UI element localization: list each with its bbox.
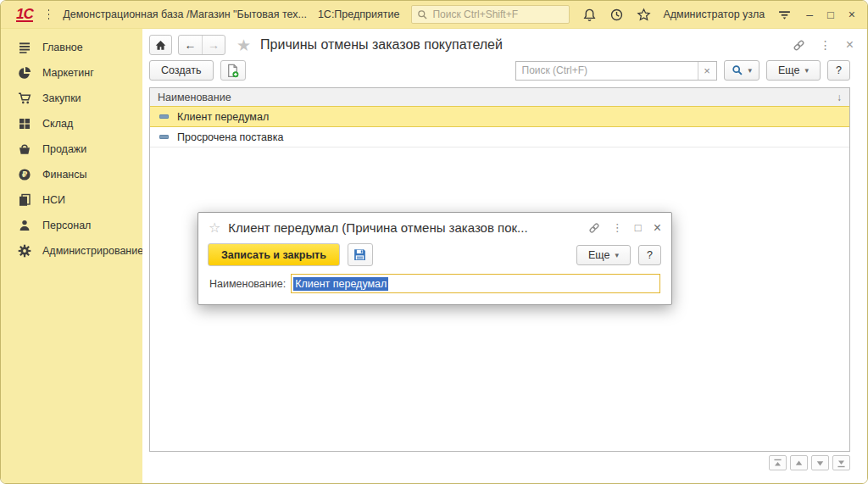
sidebar-label: Финансы — [42, 169, 86, 181]
list-search-box[interactable]: × — [515, 61, 717, 81]
save-and-close-button[interactable]: Записать и закрыть — [208, 243, 340, 266]
sidebar-item-prodazhi[interactable]: Продажи — [1, 136, 142, 162]
sidebar-label: Главное — [42, 42, 83, 53]
person-icon — [18, 219, 31, 232]
sidebar-label: НСИ — [42, 194, 65, 206]
sidebar-label: Продажи — [42, 143, 86, 155]
list-search-input[interactable] — [516, 62, 698, 80]
sidebar-item-administrirovanie[interactable]: Администрирование — [1, 238, 142, 264]
row-name: Просрочена поставка — [177, 131, 283, 143]
more-dots-icon[interactable]: ⋮ — [820, 38, 832, 52]
reference-books-icon — [18, 193, 31, 207]
dialog-title: Клиент передумал (Причина отмены заказов… — [228, 220, 527, 235]
add-to-favorites-star-icon[interactable]: ★ — [236, 36, 251, 55]
basket-icon — [18, 142, 31, 156]
sidebar-label: Закупки — [42, 92, 81, 104]
copy-link-icon[interactable] — [588, 222, 600, 234]
catalog-item-icon — [159, 114, 169, 119]
maximize-button[interactable]: □ — [827, 8, 834, 21]
copy-link-icon[interactable] — [793, 39, 805, 52]
close-dialog-icon[interactable]: × — [654, 220, 661, 236]
to-bottom-icon — [836, 458, 847, 469]
1c-logo[interactable]: 1С — [16, 8, 33, 22]
caret-down-icon: ▾ — [804, 66, 809, 75]
catalog-item-icon — [159, 135, 169, 139]
more-button-label: Еще — [778, 64, 799, 76]
grid-blocks-icon — [18, 117, 31, 131]
sidebar-item-sklad[interactable]: Склад — [1, 111, 142, 136]
back-button[interactable]: ← — [179, 36, 202, 54]
sidebar-item-nsi[interactable]: НСИ — [1, 187, 142, 213]
table-row[interactable]: Просрочена поставка — [150, 127, 849, 147]
pie-chart-icon — [18, 66, 31, 80]
search-icon — [417, 9, 428, 20]
save-button[interactable] — [348, 243, 373, 266]
close-window-button[interactable]: × — [849, 8, 855, 21]
notifications-bell-icon[interactable] — [582, 6, 597, 23]
list-toolbar: Создать × ▾ Еще ▾ — [142, 58, 867, 86]
up-triangle-icon — [793, 458, 804, 469]
clear-search-icon[interactable]: × — [698, 62, 716, 80]
search-icon — [732, 64, 743, 76]
search-button[interactable]: ▾ — [724, 60, 760, 81]
svg-text:₽: ₽ — [22, 170, 28, 179]
floppy-save-icon — [353, 248, 367, 262]
global-search-box[interactable] — [411, 5, 570, 24]
create-button[interactable]: Создать — [149, 60, 214, 81]
scroll-to-bottom-button[interactable] — [832, 455, 850, 470]
more-dots-icon[interactable]: ⋮ — [612, 221, 623, 234]
help-button[interactable]: ? — [827, 60, 850, 81]
global-search-input[interactable] — [432, 8, 564, 20]
history-nav-group: ← → — [178, 35, 225, 55]
sidebar-item-marketing[interactable]: Маркетинг — [1, 60, 142, 86]
home-button[interactable] — [149, 35, 172, 55]
table-row[interactable]: Клиент передумал — [150, 106, 849, 127]
name-input-field[interactable]: Клиент передумал — [291, 274, 660, 293]
sidebar-label: Склад — [42, 118, 73, 130]
column-header-name[interactable]: Наименование ↓ — [150, 88, 849, 107]
caret-down-icon: ▾ — [748, 66, 753, 75]
dialog-more-button[interactable]: Еще ▾ — [576, 245, 631, 265]
shopping-cart-icon — [18, 92, 31, 105]
close-form-icon[interactable]: × — [846, 37, 854, 53]
scroll-up-button[interactable] — [790, 455, 808, 470]
name-field-label: Наименование: — [209, 278, 286, 290]
maximize-dialog-icon[interactable]: □ — [635, 221, 642, 234]
sidebar-label: Администрирование — [42, 245, 143, 257]
minimize-button[interactable]: – — [806, 8, 813, 21]
dialog-toolbar: Записать и закрыть Еще ▾ ? — [198, 240, 671, 273]
sidebar-item-finansy[interactable]: ₽ Финансы — [1, 162, 142, 187]
caret-down-icon: ▾ — [615, 251, 619, 259]
topbar: 1С Демонстрационная база /Магазин "Бытов… — [1, 1, 867, 29]
app-name: 1С:Предприятие — [318, 8, 400, 20]
list-scroll-buttons — [769, 455, 850, 470]
selected-text: Клиент передумал — [293, 277, 388, 291]
dialog-form: Наименование: Клиент передумал — [198, 273, 671, 304]
dialog-help-button[interactable]: ? — [638, 245, 661, 265]
more-button[interactable]: Еще ▾ — [766, 60, 821, 81]
gear-icon — [18, 244, 31, 258]
service-settings-icon[interactable] — [777, 6, 792, 23]
row-name: Клиент передумал — [177, 111, 269, 123]
dialog-titlebar: ☆ Клиент передумал (Причина отмены заказ… — [198, 213, 671, 240]
page-title: Причины отмены заказов покупателей — [260, 37, 503, 53]
scroll-down-button[interactable] — [811, 455, 829, 470]
favorite-star-icon[interactable]: ☆ — [209, 220, 220, 236]
main-menu-hamburger-icon[interactable] — [48, 9, 50, 19]
history-clock-icon[interactable] — [609, 6, 624, 23]
sidebar-item-zakupki[interactable]: Закупки — [1, 86, 142, 111]
sidebar-label: Персонал — [42, 220, 91, 231]
to-top-icon — [772, 458, 783, 469]
favorites-star-icon[interactable] — [637, 6, 651, 23]
create-by-copy-button[interactable] — [220, 60, 246, 81]
forward-button[interactable]: → — [202, 36, 225, 54]
down-triangle-icon — [815, 458, 826, 469]
current-user[interactable]: Администратор узла — [663, 8, 765, 20]
sidebar-item-glavnoe[interactable]: Главное — [1, 35, 142, 60]
sidebar-item-personal[interactable]: Персонал — [1, 213, 142, 238]
scroll-to-top-button[interactable] — [769, 455, 787, 470]
sidebar-label: Маркетинг — [42, 67, 94, 79]
home-icon — [154, 39, 167, 52]
sort-down-icon: ↓ — [837, 92, 842, 103]
new-document-icon — [225, 64, 240, 78]
